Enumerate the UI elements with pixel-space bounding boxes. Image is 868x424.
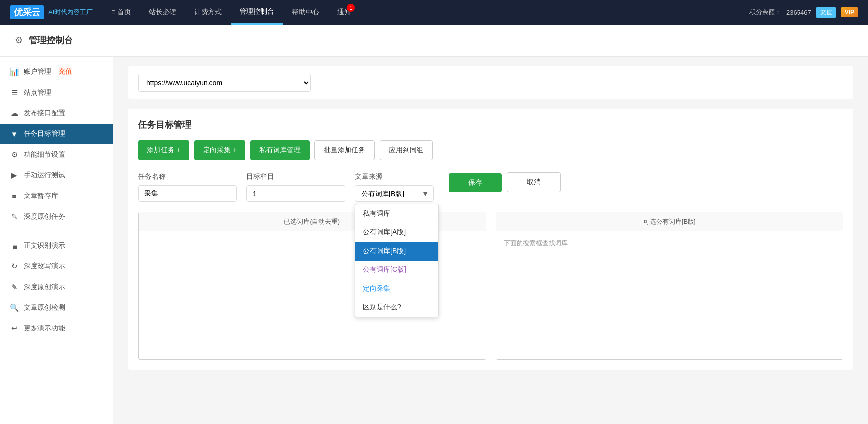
private-library-button[interactable]: 私有词库管理 — [250, 140, 310, 160]
sidebar-item-manual[interactable]: ▶ 手动运行测试 — [0, 165, 113, 186]
task-management-panel: 任务目标管理 添加任务 + 定向采集 + 私有词库管理 批量添加任务 应用到同组… — [128, 109, 853, 370]
form-save-cancel: 保存 取消 — [449, 172, 561, 192]
dropdown-option-difference[interactable]: 区别是什么? — [355, 298, 438, 317]
sidebar-label-demo-original: 深度原创演示 — [24, 283, 65, 292]
logo[interactable]: 优采云 AI时代内容工厂 — [10, 5, 93, 19]
main-layout: 📊 账户管理 充值 ☰ 站点管理 ☁ 发布接口配置 ▼ 任务目标管理 ⚙ 功能细… — [0, 57, 868, 424]
nav-notification[interactable]: 通知 1 — [328, 0, 360, 25]
logo-tagline: AI时代内容工厂 — [48, 8, 93, 17]
search-icon: 🔍 — [10, 303, 19, 312]
vip-badge: VIP — [841, 7, 858, 17]
section-title: 任务目标管理 — [138, 119, 843, 130]
notification-wrapper: 通知 1 — [337, 8, 351, 17]
task-form-row: 任务名称 目标栏目 文章来源 公有词库[B版] ▼ — [138, 172, 843, 202]
sidebar-label-account: 账户管理 — [24, 67, 51, 76]
panels-row: 已选词库(自动去重) 可选公有词库[B版] 下面的搜索框查找词库 — [138, 212, 843, 360]
notification-badge: 1 — [347, 4, 355, 12]
sidebar-label-settings: 功能细节设置 — [24, 150, 65, 159]
sidebar-item-demo-check[interactable]: 🔍 文章原创检测 — [0, 297, 113, 318]
target-column-input[interactable] — [246, 185, 345, 202]
logo-box: 优采云 — [10, 5, 44, 19]
page-header: ⚙ 管理控制台 — [0, 25, 868, 57]
sidebar-label-deep-original: 深度原创任务 — [24, 212, 65, 221]
source-dropdown: 私有词库 公有词库[A版] 公有词库[B版] 公有词库[C版] 定向采集 区别是… — [355, 204, 439, 317]
sidebar-item-site[interactable]: ☰ 站点管理 — [0, 82, 113, 103]
directed-collect-button[interactable]: 定向采集 + — [194, 140, 245, 160]
sidebar-label-demo-check: 文章原创检测 — [24, 303, 65, 312]
nav-help[interactable]: 帮助中心 — [283, 0, 328, 25]
recharge-button[interactable]: 充值 — [816, 7, 836, 18]
sidebar-label-demo-text: 正文识别演示 — [24, 241, 65, 250]
action-buttons: 添加任务 + 定向采集 + 私有词库管理 批量添加任务 应用到同组 — [138, 140, 843, 160]
edit-icon: ✎ — [10, 212, 19, 221]
site-icon: ☰ — [10, 88, 19, 97]
sidebar-label-site: 站点管理 — [24, 88, 51, 97]
sidebar-recharge-badge[interactable]: 充值 — [58, 67, 72, 76]
url-selector-panel: https://www.ucaiyun.com — [128, 66, 853, 99]
dropdown-option-public-a[interactable]: 公有词库[A版] — [355, 223, 438, 242]
sidebar-label-task: 任务目标管理 — [24, 130, 65, 138]
dropdown-option-directed[interactable]: 定向采集 — [355, 279, 438, 298]
page-title: 管理控制台 — [29, 34, 73, 46]
dropdown-option-public-b[interactable]: 公有词库[B版] — [355, 242, 438, 261]
nav-must-read[interactable]: 站长必读 — [140, 0, 185, 25]
sidebar-item-demo-more[interactable]: ↩ 更多演示功能 — [0, 318, 113, 339]
target-column-label: 目标栏目 — [246, 172, 345, 181]
sidebar-label-demo-rewrite: 深度改写演示 — [24, 262, 65, 271]
filter-icon: ▼ — [10, 130, 19, 138]
nav-items: ≡ 首页 站长必读 计费方式 管理控制台 帮助中心 通知 1 — [103, 0, 749, 25]
play-icon: ▶ — [10, 171, 19, 180]
monitor-icon: 🖥 — [10, 242, 19, 250]
sidebar-item-task[interactable]: ▼ 任务目标管理 — [0, 124, 113, 144]
dropdown-option-public-c[interactable]: 公有词库[C版] — [355, 261, 438, 279]
sidebar-item-demo-rewrite[interactable]: ↻ 深度改写演示 — [0, 256, 113, 277]
sidebar-item-settings[interactable]: ⚙ 功能细节设置 — [0, 144, 113, 165]
sidebar-label-draft: 文章暂存库 — [24, 192, 58, 200]
sidebar: 📊 账户管理 充值 ☰ 站点管理 ☁ 发布接口配置 ▼ 任务目标管理 ⚙ 功能细… — [0, 57, 113, 424]
nav-control-panel[interactable]: 管理控制台 — [231, 0, 283, 25]
nav-pricing[interactable]: 计费方式 — [185, 0, 231, 25]
sidebar-label-manual: 手动运行测试 — [24, 171, 65, 180]
sidebar-item-draft[interactable]: ≡ 文章暂存库 — [0, 186, 113, 206]
available-library-header: 可选公有词库[B版] — [496, 212, 843, 231]
cloud-icon: ☁ — [10, 109, 19, 118]
sidebar-item-deep-original[interactable]: ✎ 深度原创任务 — [0, 206, 113, 227]
dropdown-option-private[interactable]: 私有词库 — [355, 204, 438, 223]
points-value: 2365467 — [786, 9, 811, 16]
sidebar-item-demo-original[interactable]: ✎ 深度原创演示 — [0, 277, 113, 297]
nav-right: 积分余额： 2365467 充值 VIP — [749, 7, 858, 18]
sidebar-item-account[interactable]: 📊 账户管理 充值 — [0, 62, 113, 82]
sidebar-item-publish[interactable]: ☁ 发布接口配置 — [0, 103, 113, 124]
settings-icon: ⚙ — [15, 35, 23, 46]
article-source-label: 文章来源 — [355, 172, 434, 181]
article-source-select[interactable]: 公有词库[B版] — [355, 185, 434, 202]
sidebar-item-demo-text[interactable]: 🖥 正文识别演示 — [0, 235, 113, 256]
task-name-label: 任务名称 — [138, 172, 237, 181]
batch-add-button[interactable]: 批量添加任务 — [314, 140, 375, 160]
apply-group-button[interactable]: 应用到同组 — [380, 140, 433, 160]
task-name-group: 任务名称 — [138, 172, 237, 202]
draft-icon: ≡ — [10, 192, 19, 200]
gear-icon: ⚙ — [10, 150, 19, 159]
available-library-body: 下面的搜索框查找词库 — [496, 231, 843, 359]
target-column-group: 目标栏目 — [246, 172, 345, 202]
add-task-button[interactable]: 添加任务 + — [138, 140, 189, 160]
refresh-icon: ↻ — [10, 262, 19, 271]
sidebar-label-demo-more: 更多演示功能 — [24, 324, 65, 333]
article-source-select-wrapper: 公有词库[B版] ▼ — [355, 185, 434, 202]
url-select[interactable]: https://www.ucaiyun.com — [138, 74, 311, 92]
more-icon: ↩ — [10, 324, 19, 333]
sidebar-divider — [0, 231, 113, 231]
cancel-button[interactable]: 取消 — [507, 172, 561, 192]
available-library-panel: 可选公有词库[B版] 下面的搜索框查找词库 — [496, 212, 844, 360]
points-label: 积分余额： — [749, 8, 781, 17]
chart-icon: 📊 — [10, 67, 19, 76]
article-source-group: 文章来源 公有词库[B版] ▼ 私有词库 公有词库[A版] 公有词库[ — [355, 172, 434, 202]
top-navigation: 优采云 AI时代内容工厂 ≡ 首页 站长必读 计费方式 管理控制台 帮助中心 通… — [0, 0, 868, 25]
available-library-hint: 下面的搜索框查找词库 — [504, 239, 568, 247]
article-source-select-container: 公有词库[B版] ▼ 私有词库 公有词库[A版] 公有词库[B版] 公有词库[C… — [355, 185, 434, 202]
save-button[interactable]: 保存 — [449, 173, 502, 192]
task-name-input[interactable] — [138, 185, 237, 202]
content-area: https://www.ucaiyun.com 任务目标管理 添加任务 + 定向… — [113, 57, 868, 424]
nav-home[interactable]: ≡ 首页 — [103, 0, 140, 25]
